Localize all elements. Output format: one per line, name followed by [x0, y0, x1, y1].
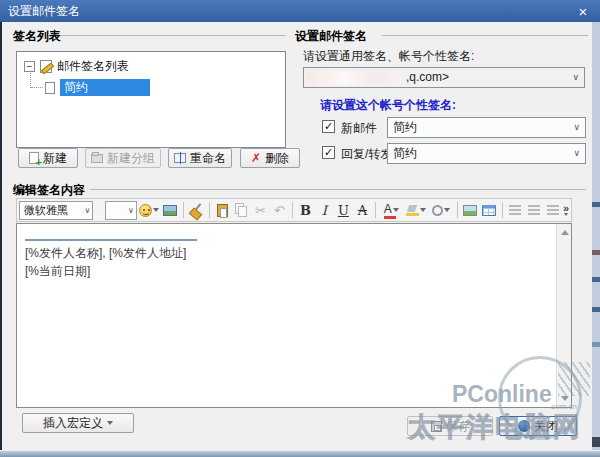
copy-button: [232, 200, 251, 220]
background-mark: [592, 250, 600, 255]
signature-divider-line: [25, 239, 197, 241]
screen-capture-button[interactable]: [161, 200, 180, 220]
background-app-sliver: [592, 22, 600, 450]
insert-image-button[interactable]: [461, 200, 480, 220]
new-mail-signature-select[interactable]: 简约 ∨: [387, 117, 586, 138]
rename-button-label: 重命名: [190, 150, 226, 167]
cut-button: ✂: [251, 200, 270, 220]
signature-tree[interactable]: − 邮件签名列表 简约: [16, 51, 286, 148]
tree-root-row[interactable]: − 邮件签名列表: [24, 58, 129, 75]
background-mark: [592, 437, 600, 447]
toolbar-overflow-button[interactable]: »: [563, 204, 569, 216]
settings-prompt: 请设置通用签名、帐号个性签名:: [303, 48, 474, 65]
font-color-button[interactable]: A: [379, 200, 404, 220]
toolbar-separator: [209, 202, 210, 218]
new-mail-checkbox[interactable]: ✓: [322, 120, 335, 133]
align-left-icon: [509, 205, 521, 215]
account-select[interactable]: ,q.com> ∨: [303, 67, 585, 88]
underline-button[interactable]: U: [334, 200, 353, 220]
background-mark: [592, 342, 600, 347]
format-brush-button[interactable]: [187, 200, 206, 220]
scroll-down-icon[interactable]: [561, 396, 569, 401]
insert-table-button[interactable]: [480, 200, 499, 220]
save-button: 保存: [407, 416, 493, 436]
window-left-border: [0, 22, 2, 450]
dropdown-arrow-icon: [393, 208, 399, 212]
close-button[interactable]: 关闭: [499, 416, 577, 436]
signature-page-icon: [45, 82, 55, 94]
tree-child-row[interactable]: 简约: [45, 79, 150, 96]
tree-collapse-icon[interactable]: −: [24, 61, 35, 72]
overflow-chevrons-icon: »: [563, 204, 569, 213]
editor-group-label: 编辑签名内容: [13, 182, 85, 199]
screen-capture-icon: [163, 205, 177, 216]
dialog-title: 设置邮件签名: [0, 3, 566, 20]
rename-button[interactable]: 重命名: [168, 148, 232, 168]
new-mail-signature-value: 简约: [393, 120, 417, 134]
delete-button[interactable]: ✗ 删除: [240, 148, 300, 168]
check-icon: ✓: [324, 147, 333, 158]
rename-icon: [174, 153, 186, 163]
plus-icon: +: [36, 157, 42, 167]
copy-icon: [238, 206, 247, 217]
chevron-down-icon: ∨: [84, 202, 90, 219]
floppy-disk-icon: [431, 421, 442, 432]
dropdown-arrow-icon: [564, 213, 568, 216]
signature-dialog: 签名列表 − 邮件签名列表 简约 + 新建 新建分组 重命名: [2, 22, 592, 450]
exit-icon: [518, 420, 530, 432]
tree-root-label[interactable]: 邮件签名列表: [57, 58, 129, 75]
new-group-button: 新建分组: [85, 148, 161, 168]
dropdown-arrow-icon: [420, 208, 426, 212]
reply-forward-checkbox[interactable]: ✓: [322, 146, 335, 159]
new-group-button-label: 新建分组: [107, 150, 155, 167]
group-divider: [90, 189, 586, 190]
highlight-color-button[interactable]: [404, 200, 429, 220]
toolbar-separator: [502, 202, 503, 218]
reply-forward-label: 回复/转发: [341, 146, 392, 163]
close-icon[interactable]: ×: [566, 0, 600, 22]
chevron-down-icon: ∨: [128, 202, 134, 219]
align-center-icon: [528, 205, 540, 215]
smiley-icon: [139, 204, 152, 217]
align-left-button: [506, 200, 525, 220]
chevron-down-icon: ∨: [572, 68, 579, 87]
redacted-email: [307, 71, 403, 85]
tree-selected-item[interactable]: 简约: [60, 79, 150, 96]
new-button-label: 新建: [43, 150, 67, 167]
folder-icon: [91, 154, 103, 163]
chevron-down-icon: ∨: [573, 144, 580, 163]
delete-x-icon: ✗: [251, 151, 261, 165]
dialog-titlebar: 设置邮件签名 ×: [0, 0, 600, 22]
signature-line-1[interactable]: [%发件人名称], [%发件人地址]: [25, 245, 186, 262]
bold-button[interactable]: B: [296, 200, 315, 220]
emoticon-button[interactable]: [137, 200, 161, 220]
highlighter-icon: [406, 204, 419, 217]
paste-button[interactable]: [213, 200, 232, 220]
account-visible-text: ,q.com>: [406, 68, 449, 87]
signature-line-2[interactable]: [%当前日期]: [25, 263, 90, 280]
new-mail-label: 新邮件: [341, 120, 377, 137]
image-icon: [463, 205, 477, 216]
signature-list-group-label: 签名列表: [13, 28, 61, 45]
auto-color-button[interactable]: [429, 200, 454, 220]
new-signature-button[interactable]: + 新建: [18, 148, 78, 168]
background-mark: [592, 307, 600, 312]
settings-group-label: 设置邮件签名: [295, 28, 367, 45]
toolbar-separator: [375, 202, 376, 218]
signature-editor[interactable]: [%发件人名称], [%发件人地址] [%当前日期]: [16, 223, 572, 408]
chevron-down-icon: ∨: [573, 118, 580, 137]
editor-toolbar: 微软雅黑 ∨ ∨ ✂ ↶ B I U A A: [16, 198, 572, 222]
personal-signature-prompt: 请设置这个帐号个性签名:: [320, 97, 456, 114]
font-family-select[interactable]: 微软雅黑 ∨: [19, 201, 93, 220]
tree-connector: [31, 87, 43, 89]
check-icon: ✓: [324, 121, 333, 132]
italic-button[interactable]: I: [315, 200, 334, 220]
scroll-up-icon[interactable]: [561, 230, 569, 235]
editor-scrollbar[interactable]: [556, 224, 571, 407]
font-size-select[interactable]: ∨: [105, 201, 137, 220]
strikethrough-button[interactable]: A: [353, 200, 372, 220]
reply-forward-signature-select[interactable]: 简约 ∨: [387, 143, 586, 164]
insert-macro-button[interactable]: 插入宏定义: [22, 413, 134, 433]
new-page-icon: +: [29, 152, 39, 164]
table-icon: [482, 205, 496, 216]
